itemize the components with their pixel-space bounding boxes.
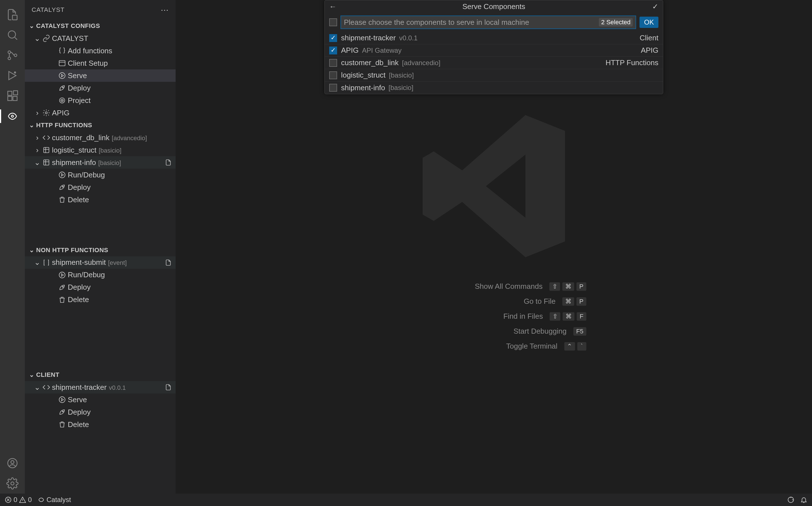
tree-item-delete[interactable]: · Delete — [25, 193, 176, 206]
svg-rect-9 — [13, 91, 18, 95]
tree-label: CATALYST — [52, 34, 173, 43]
tree-label: Deploy — [68, 408, 173, 417]
item-checkbox[interactable] — [329, 59, 337, 67]
catalyst-icon[interactable] — [6, 109, 19, 123]
tree-item-run-debug[interactable]: · Run/Debug — [25, 269, 176, 281]
watermark-shortcuts: Show All Commands⇧⌘PGo to File⌘PFind in … — [402, 282, 587, 351]
tree-label: Delete — [68, 295, 173, 304]
keycap: ⇧ — [549, 282, 560, 291]
status-feedback-icon[interactable] — [787, 496, 795, 503]
watermark-label: Show All Commands — [402, 282, 543, 291]
section-title: HTTP FUNCTIONS — [36, 121, 92, 129]
svg-point-13 — [11, 482, 14, 485]
quick-input-title: Serve Components — [463, 2, 526, 11]
search-icon[interactable] — [6, 28, 19, 42]
section-catalyst-configs: ⌄ CATALYST CONFIGS ⌄ CATALYST · Add func… — [25, 20, 176, 119]
run-debug-icon[interactable] — [6, 69, 19, 82]
item-right: Client — [640, 33, 658, 42]
trash-icon — [58, 296, 67, 304]
tree-item-apig[interactable]: › APIG — [25, 107, 176, 119]
watermark-label: Start Debugging — [425, 327, 567, 336]
svg-point-4 — [14, 54, 17, 57]
item-checkbox[interactable] — [329, 84, 337, 92]
module-icon — [42, 146, 51, 154]
quick-input-item[interactable]: logistic_struct[basicio] — [325, 69, 663, 82]
tree-item-logistic-struct[interactable]: › logistic_struct[basicio] — [25, 144, 176, 156]
quick-input-item[interactable]: APIGAPI GatewayAPIG — [325, 44, 663, 57]
tree-label: shipment-info[basicio] — [52, 158, 164, 167]
tree-label: Serve — [68, 71, 173, 80]
svg-rect-14 — [59, 61, 65, 66]
accounts-icon[interactable] — [6, 456, 19, 470]
tree-item-serve[interactable]: · Serve — [25, 394, 176, 406]
tree-label: Run/Debug — [68, 171, 173, 179]
new-file-icon[interactable] — [164, 159, 173, 166]
tree-item-shipment-submit[interactable]: ⌄ shipment-submit[event] — [25, 256, 176, 269]
tree-item-shipment-info[interactable]: ⌄ shipment-info[basicio] — [25, 156, 176, 169]
tree-label: Delete — [68, 195, 173, 204]
chevron-down-icon: ⌄ — [27, 371, 36, 378]
tree-item-deploy[interactable]: · Deploy — [25, 181, 176, 193]
tree-label: Delete — [68, 420, 173, 429]
ok-button[interactable]: OK — [639, 17, 658, 28]
tree-item-delete[interactable]: · Delete — [25, 293, 176, 306]
tree-item-deploy[interactable]: · Deploy — [25, 281, 176, 293]
status-catalyst[interactable]: Catalyst — [38, 496, 71, 504]
item-desc: v0.0.1 — [399, 34, 418, 42]
quick-input-list: shipment-trackerv0.0.1ClientAPIGAPI Gate… — [325, 32, 663, 94]
settings-gear-icon[interactable] — [6, 477, 19, 490]
item-checkbox[interactable] — [329, 34, 337, 42]
quick-input-item[interactable]: customer_db_link[advancedio]HTTP Functio… — [325, 57, 663, 69]
tree-label: shipment-submit[event] — [52, 258, 164, 267]
explorer-icon[interactable] — [6, 8, 19, 21]
chevron-right-icon: › — [33, 146, 42, 155]
tree-item-run-debug[interactable]: · Run/Debug — [25, 169, 176, 181]
quick-input-panel: ← Serve Components ✓ 2 Selected OK shipm… — [324, 0, 663, 94]
quick-input-field[interactable] — [344, 18, 597, 27]
tree-item-client-setup[interactable]: · Client Setup — [25, 57, 176, 69]
confirm-check-icon[interactable]: ✓ — [652, 2, 658, 11]
chevron-down-icon: ⌄ — [33, 158, 42, 167]
item-desc: API Gateway — [362, 47, 402, 55]
item-checkbox[interactable] — [329, 71, 337, 79]
sidebar-title-bar: CATALYST ⋯ — [25, 0, 176, 20]
item-checkbox[interactable] — [329, 47, 337, 55]
tree-item-add-functions[interactable]: · Add functions — [25, 45, 176, 57]
section-header-client[interactable]: ⌄ CLIENT — [25, 369, 176, 381]
more-actions-icon[interactable]: ⋯ — [161, 5, 169, 15]
source-control-icon[interactable] — [6, 49, 19, 62]
item-name: APIG — [341, 46, 358, 55]
new-file-icon[interactable] — [164, 384, 173, 391]
activity-bar — [0, 0, 25, 494]
tree-item-deploy[interactable]: · Deploy — [25, 406, 176, 418]
status-problems[interactable]: 0 0 — [4, 496, 32, 504]
extensions-icon[interactable] — [6, 89, 19, 103]
svg-point-20 — [46, 112, 48, 114]
tree-item-customer-db-link[interactable]: › customer_db_link[advancedio] — [25, 132, 176, 144]
select-all-checkbox[interactable] — [329, 18, 337, 26]
brackets-icon — [42, 259, 51, 266]
item-name: shipment-tracker — [341, 33, 396, 42]
section-header-configs[interactable]: ⌄ CATALYST CONFIGS — [25, 20, 176, 32]
keycap: ⌘ — [562, 282, 574, 291]
svg-point-10 — [11, 115, 13, 117]
tree-item-catalyst[interactable]: ⌄ CATALYST — [25, 32, 176, 45]
svg-point-2 — [8, 51, 10, 53]
watermark-row: Show All Commands⇧⌘P — [402, 282, 587, 291]
tree-item-deploy[interactable]: · Deploy — [25, 82, 176, 94]
tree-item-delete[interactable]: · Delete — [25, 418, 176, 431]
section-header-http[interactable]: ⌄ HTTP FUNCTIONS — [25, 119, 176, 132]
svg-point-1 — [8, 31, 15, 38]
status-bell-icon[interactable] — [800, 496, 808, 503]
rocket-icon — [58, 283, 67, 291]
tree-item-shipment-tracker[interactable]: ⌄ shipment-trackerv0.0.1 — [25, 381, 176, 394]
quick-input-item[interactable]: shipment-info[basicio] — [325, 82, 663, 94]
new-file-icon[interactable] — [164, 259, 173, 266]
svg-point-25 — [59, 272, 65, 278]
tree-item-project[interactable]: · Project — [25, 94, 176, 107]
tree-item-serve[interactable]: · Serve — [25, 69, 176, 82]
item-right: HTTP Functions — [606, 58, 658, 67]
section-header-nonhttp[interactable]: ⌄ NON HTTP FUNCTIONS — [25, 244, 176, 256]
quick-input-item[interactable]: shipment-trackerv0.0.1Client — [325, 32, 663, 44]
back-arrow-icon[interactable]: ← — [329, 2, 337, 11]
